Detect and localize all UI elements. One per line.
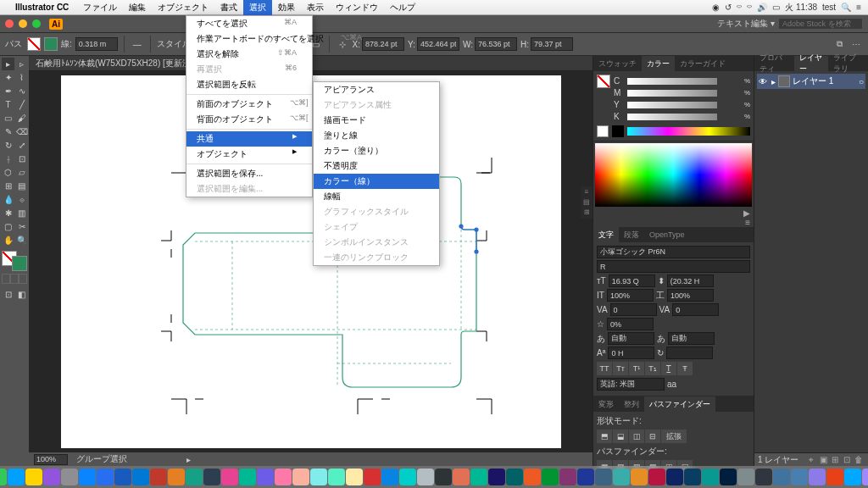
dock-app-icon[interactable] xyxy=(666,469,683,485)
color-mode-row[interactable] xyxy=(2,274,27,284)
menu-item[interactable]: カラー（線） xyxy=(314,174,439,189)
delete-layer-icon[interactable]: 🗑 xyxy=(853,455,865,464)
search-icon[interactable]: 🔍 xyxy=(841,3,851,12)
menu-item[interactable]: カラー（塗り） xyxy=(314,143,439,158)
panel-tab[interactable]: スウォッチ xyxy=(593,56,642,71)
close-window[interactable] xyxy=(5,19,14,28)
draw-mode[interactable]: ◧ xyxy=(15,288,28,301)
dock-app-icon[interactable] xyxy=(506,469,523,485)
maximize-window[interactable] xyxy=(32,19,41,28)
h-input[interactable] xyxy=(531,37,573,51)
superscript-icon[interactable]: T¹ xyxy=(629,362,644,375)
panel-tab[interactable]: 段落 xyxy=(619,227,644,242)
stock-search[interactable] xyxy=(778,18,863,30)
char-rotate[interactable] xyxy=(666,347,713,359)
dock-app-icon[interactable] xyxy=(8,469,25,485)
eraser-tool[interactable]: ⌫ xyxy=(15,125,28,138)
dock-app-icon[interactable] xyxy=(61,469,78,485)
panel-tab[interactable]: パスファインダー xyxy=(644,396,715,412)
clock[interactable]: 火 11:38 xyxy=(785,2,817,14)
select-menu-dropdown[interactable]: すべてを選択⌘A作業アートボードのすべてを選択⌥⌘A選択を解除⇧⌘A再選択⌘6選… xyxy=(186,15,313,197)
minus-front-icon[interactable]: ⬓ xyxy=(613,430,628,443)
panel-icon-3[interactable]: ⊞ xyxy=(582,208,591,217)
mesh-tool[interactable]: ⊞ xyxy=(2,180,14,192)
panel-tab[interactable]: ライブラリ xyxy=(828,56,868,71)
hand-tool[interactable]: ✋ xyxy=(2,234,14,247)
dock-app-icon[interactable] xyxy=(292,469,309,485)
type-tool[interactable]: T xyxy=(2,98,14,111)
dock-app-icon[interactable] xyxy=(168,469,185,485)
menu-item[interactable]: すべてを選択⌘A xyxy=(186,16,312,31)
expand-button[interactable]: 拡張 xyxy=(661,430,687,443)
dock-app-icon[interactable] xyxy=(809,469,826,485)
cmyk-slider[interactable] xyxy=(627,102,717,108)
dock-app-icon[interactable] xyxy=(791,469,808,485)
sublayer-icon[interactable]: ⊞ xyxy=(829,455,841,464)
visibility-icon[interactable]: 👁 xyxy=(759,77,769,86)
shape-builder-tool[interactable]: ⬡ xyxy=(2,166,14,179)
minimize-window[interactable] xyxy=(19,19,27,28)
menu-編集[interactable]: 編集 xyxy=(123,0,152,15)
w-input[interactable] xyxy=(475,37,517,51)
dock-app-icon[interactable] xyxy=(25,469,42,485)
wifi-icon[interactable]: ⌔ xyxy=(747,3,752,12)
menu-item[interactable]: 作業アートボードのすべてを選択⌥⌘A xyxy=(186,31,312,47)
nav-arrow[interactable]: ▸ xyxy=(186,455,191,464)
dock-app-icon[interactable] xyxy=(186,469,203,485)
auto2[interactable] xyxy=(668,332,715,345)
artboard-tool[interactable]: ▢ xyxy=(2,220,14,233)
menu-item[interactable]: 線幅 xyxy=(314,189,439,204)
menu-item[interactable]: 選択を解除⇧⌘A xyxy=(186,47,312,62)
line-tool[interactable]: ╱ xyxy=(15,98,28,111)
dock-app-icon[interactable] xyxy=(221,469,238,485)
underline-icon[interactable]: T̲ xyxy=(661,362,676,375)
tracking[interactable] xyxy=(672,303,719,316)
panel-icon-1[interactable]: ≡ xyxy=(582,188,591,197)
menu-選択[interactable]: 選択 xyxy=(243,0,272,15)
zoom-tool[interactable]: 🔍 xyxy=(15,234,28,247)
unite-icon[interactable]: ⬒ xyxy=(597,430,612,443)
dock-app-icon[interactable] xyxy=(755,469,772,485)
width-tool[interactable]: ⟊ xyxy=(2,152,14,165)
hscale[interactable] xyxy=(667,289,714,302)
sync-icon[interactable]: ↺ xyxy=(725,3,732,12)
menu-表示[interactable]: 表示 xyxy=(301,0,330,15)
scale-tool[interactable]: ⤢ xyxy=(15,139,28,152)
dock-app-icon[interactable] xyxy=(702,469,719,485)
allcaps-icon[interactable]: TT xyxy=(597,362,612,375)
dock-app-icon[interactable] xyxy=(203,469,220,485)
fill-swatch[interactable] xyxy=(27,37,41,51)
brush-tool[interactable]: 🖌 xyxy=(15,112,28,125)
graph-tool[interactable]: ▥ xyxy=(15,207,28,219)
font-size[interactable] xyxy=(609,274,655,287)
dock-app-icon[interactable] xyxy=(542,469,559,485)
dock-app-icon[interactable] xyxy=(826,469,843,485)
mac-dock[interactable] xyxy=(0,466,868,488)
battery-icon[interactable]: ▭ xyxy=(772,3,780,12)
workspace-select[interactable]: テキスト編集 ▾ xyxy=(717,18,775,30)
fill-stroke-box[interactable] xyxy=(2,251,27,271)
symbol-spray-tool[interactable]: ✱ xyxy=(2,207,14,219)
menu-ファイル[interactable]: ファイル xyxy=(77,0,123,15)
stroke-width[interactable] xyxy=(75,37,118,51)
notif-icon[interactable]: ≡ xyxy=(856,3,861,12)
menu-item[interactable]: 不透明度 xyxy=(314,158,439,174)
lasso-tool[interactable]: ⌇ xyxy=(15,71,28,84)
menu-icon[interactable]: ≡ xyxy=(745,218,750,227)
user[interactable]: test xyxy=(822,3,836,12)
menu-item[interactable]: 描画モード xyxy=(314,113,439,128)
cmyk-slider[interactable] xyxy=(627,114,717,120)
dock-app-icon[interactable] xyxy=(310,469,327,485)
cmyk-slider[interactable] xyxy=(627,90,717,97)
menu-item[interactable]: 共通 xyxy=(186,131,312,147)
dock-app-icon[interactable] xyxy=(631,469,648,485)
dock-app-icon[interactable] xyxy=(43,469,60,485)
smallcaps-icon[interactable]: Tт xyxy=(613,362,628,375)
dock-app-icon[interactable] xyxy=(470,469,487,485)
panel-tab[interactable]: レイヤー xyxy=(794,56,828,71)
target-icon[interactable]: ○ xyxy=(859,77,864,86)
dock-app-icon[interactable] xyxy=(613,469,630,485)
cc-icon[interactable]: ◉ xyxy=(712,3,720,12)
panel-tab[interactable]: 整列 xyxy=(619,396,644,412)
dock-app-icon[interactable] xyxy=(132,469,149,485)
